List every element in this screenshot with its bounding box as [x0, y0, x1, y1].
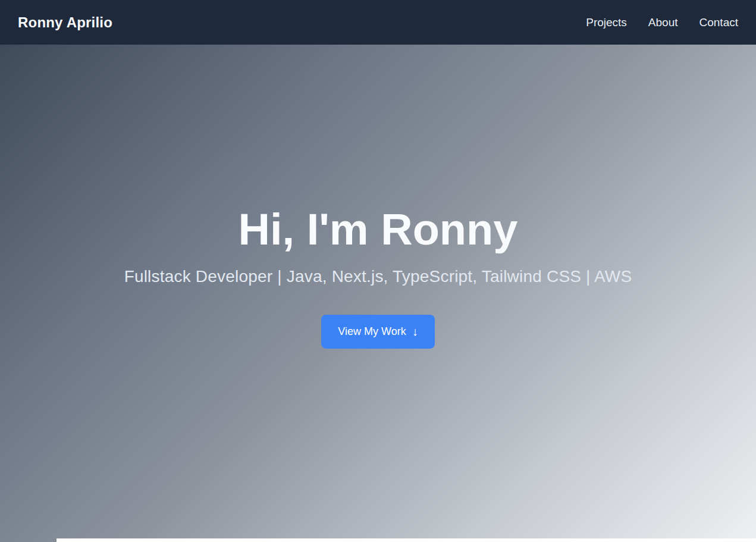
hero-subtitle: Fullstack Developer | Java, Next.js, Typ…	[124, 267, 632, 286]
hero-title: Hi, I'm Ronny	[239, 205, 518, 253]
navbar: Ronny Aprilio Projects About Contact	[0, 0, 756, 45]
nav-link-contact[interactable]: Contact	[699, 16, 738, 29]
view-my-work-button[interactable]: View My Work ↓	[321, 315, 434, 349]
nav-link-about[interactable]: About	[648, 16, 678, 29]
next-section-edge	[57, 538, 756, 542]
nav-links: Projects About Contact	[586, 16, 738, 29]
nav-link-projects[interactable]: Projects	[586, 16, 627, 29]
brand-logo[interactable]: Ronny Aprilio	[18, 14, 112, 31]
hero-section: Hi, I'm Ronny Fullstack Developer | Java…	[0, 0, 756, 542]
view-my-work-label: View My Work	[338, 325, 406, 338]
hero-content: Hi, I'm Ronny Fullstack Developer | Java…	[124, 205, 632, 348]
arrow-down-icon: ↓	[412, 325, 418, 337]
